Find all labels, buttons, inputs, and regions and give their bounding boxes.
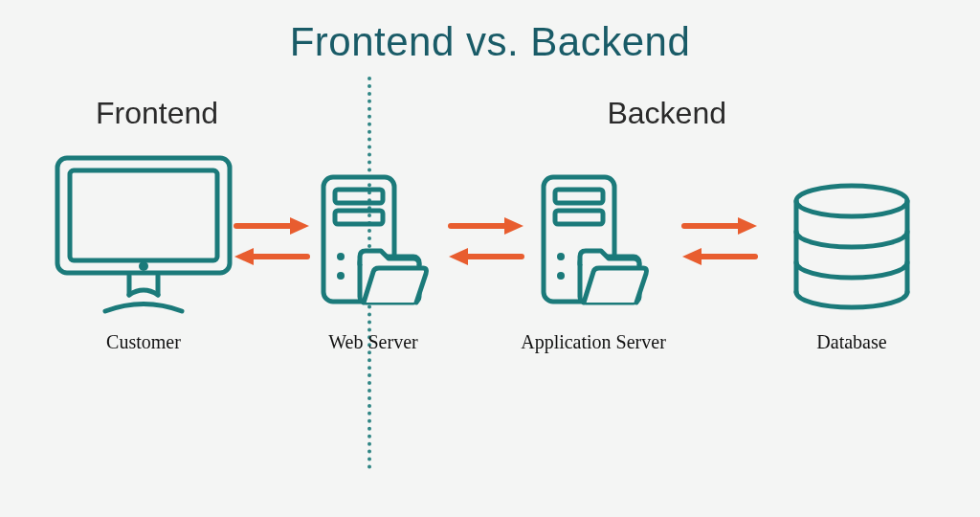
svg-rect-4 <box>335 190 383 203</box>
node-web-server-label: Web Server <box>316 331 431 353</box>
svg-marker-19 <box>234 248 254 265</box>
frontend-section-label: Frontend <box>96 96 218 131</box>
svg-marker-27 <box>682 248 702 265</box>
svg-rect-11 <box>555 211 603 224</box>
arrows-app-db <box>680 215 759 267</box>
database-icon <box>785 303 919 319</box>
arrows-customer-web <box>233 215 311 267</box>
arrow-left-icon <box>233 246 311 267</box>
backend-section-label: Backend <box>607 96 726 131</box>
arrows-web-app <box>447 215 525 267</box>
svg-point-15 <box>796 186 907 216</box>
node-customer: Customer <box>53 153 234 353</box>
svg-point-6 <box>337 253 345 260</box>
svg-rect-5 <box>335 211 383 224</box>
svg-rect-0 <box>57 158 230 273</box>
svg-point-7 <box>337 272 345 280</box>
svg-rect-1 <box>70 170 217 260</box>
arrow-right-icon <box>680 215 759 236</box>
monitor-icon <box>53 303 234 319</box>
arrow-right-icon <box>233 215 311 236</box>
diagram-stage: Frontend vs. Backend Frontend Backend Cu… <box>0 0 980 517</box>
server-folder-icon <box>316 303 431 319</box>
svg-point-13 <box>557 272 565 280</box>
svg-marker-21 <box>504 217 523 235</box>
node-customer-label: Customer <box>53 331 234 353</box>
svg-point-12 <box>557 253 565 260</box>
node-application-server: Application Server <box>536 172 651 353</box>
svg-rect-10 <box>555 190 603 203</box>
node-web-server: Web Server <box>316 172 431 353</box>
arrow-left-icon <box>447 246 525 267</box>
diagram-title: Frontend vs. Backend <box>0 19 980 65</box>
arrow-right-icon <box>447 215 525 236</box>
node-database-label: Database <box>785 331 919 353</box>
svg-point-2 <box>139 261 148 271</box>
svg-marker-17 <box>290 217 309 235</box>
node-database: Database <box>785 182 919 353</box>
node-application-server-label: Application Server <box>507 331 679 353</box>
svg-marker-23 <box>449 248 468 265</box>
svg-marker-25 <box>738 217 757 235</box>
server-folder-icon <box>536 303 651 319</box>
arrow-left-icon <box>680 246 759 267</box>
